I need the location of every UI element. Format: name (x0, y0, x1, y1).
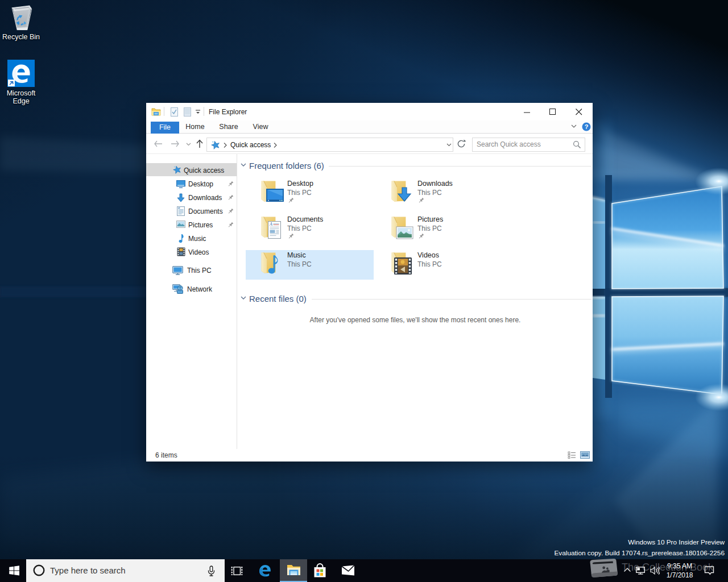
svg-text:A: A (269, 222, 272, 227)
svg-text:?: ? (585, 123, 589, 130)
